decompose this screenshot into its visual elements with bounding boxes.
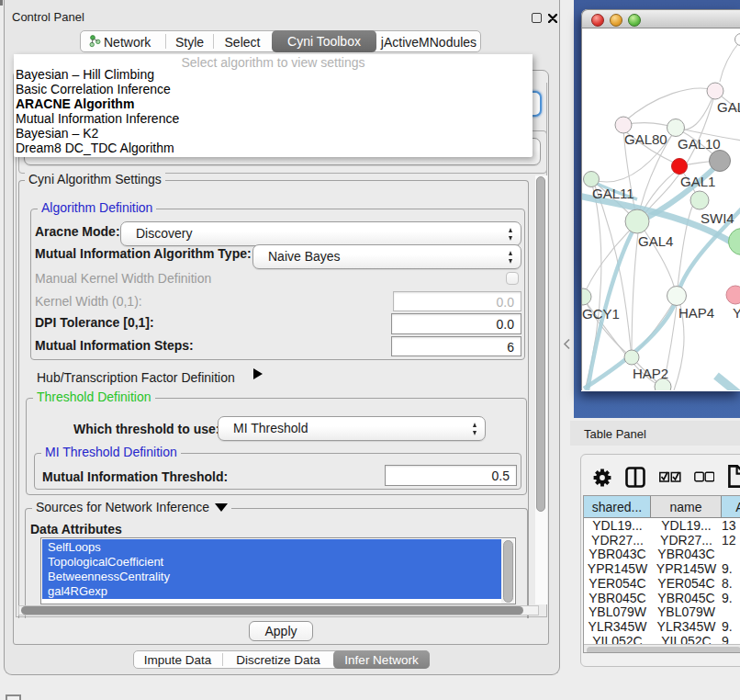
svg-text:GAL11: GAL11 [592,186,634,201]
svg-text:GCY1: GCY1 [582,306,620,322]
svg-text:GAL10: GAL10 [678,136,721,152]
svg-text:HAP2: HAP2 [633,366,668,381]
svg-text:HAP4: HAP4 [678,305,714,321]
svg-text:GAL1: GAL1 [680,174,715,189]
svg-text:SWI4: SWI4 [701,210,734,226]
svg-text:GAL7: GAL7 [717,99,740,115]
svg-text:YE: YE [733,305,740,321]
svg-text:GAL4: GAL4 [638,233,673,249]
svg-text:GAL80: GAL80 [624,131,667,147]
